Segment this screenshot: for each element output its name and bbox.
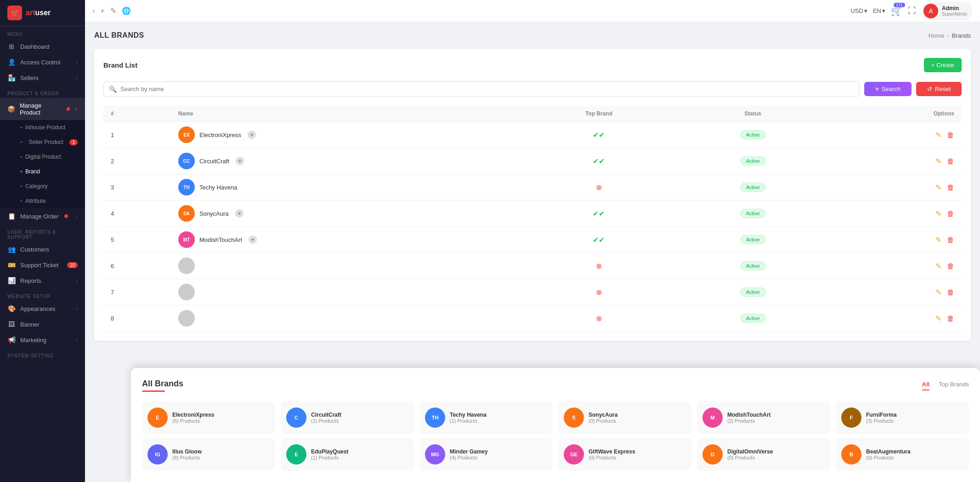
brand-card[interactable]: D DigitalOmniVerse (0) Products [697, 438, 830, 471]
brand-card-count: (2) Products [727, 418, 770, 424]
delete-button[interactable]: 🗑 [947, 288, 954, 296]
sidebar-item-label: Customers [20, 246, 49, 253]
sidebar-sub-item-attribute[interactable]: Attribute [0, 194, 85, 208]
sidebar-item-marketing[interactable]: 📢 Marketing › [0, 332, 85, 348]
cell-num: 4 [103, 201, 171, 227]
sidebar-item-banner[interactable]: 🖼 Banner [0, 316, 85, 332]
brand-card[interactable]: IG Illus Gloow (8) Products [142, 438, 275, 471]
brand-card[interactable]: E ElectroniXpress (6) Products [142, 401, 275, 434]
seller-product-badge: 1 [69, 139, 78, 145]
reset-button[interactable]: ↺ Reset [916, 82, 962, 96]
sidebar-sub-item-category[interactable]: Category [0, 179, 85, 194]
sidebar-sub-item-brand[interactable]: Brand [0, 164, 85, 179]
delete-button[interactable]: 🗑 [947, 315, 954, 322]
brand-card[interactable]: C CircuitCraft (1) Products [281, 401, 414, 434]
brand-card[interactable]: M ModishTouchArt (2) Products [697, 401, 830, 434]
brand-card-name: CircuitCraft [311, 412, 341, 418]
edit-icon[interactable]: ✎ [110, 6, 116, 15]
delete-button[interactable]: 🗑 [947, 210, 954, 218]
website-setup-section-label: WEBSITE SETUP [0, 288, 85, 301]
currency-selector[interactable]: USD ▾ [850, 7, 867, 14]
breadcrumb-home[interactable]: Home [929, 32, 945, 39]
tab-top-brands[interactable]: Top Brands [939, 381, 969, 390]
edit-button[interactable]: ✎ [935, 262, 941, 270]
brand-card[interactable]: E EduPlayQuest (1) Products [281, 438, 414, 471]
sidebar-item-reports[interactable]: 📊 Reports › [0, 273, 85, 288]
search-input[interactable] [103, 81, 860, 97]
cell-name: TH Techy Havena [171, 174, 521, 201]
brand-card[interactable]: GE GiftWave Express (0) Products [558, 438, 691, 471]
sidebar-sub-item-seller-product[interactable]: Seller Product 1 [0, 135, 85, 149]
add-icon[interactable]: + [100, 7, 104, 15]
edit-button[interactable]: ✎ [935, 288, 941, 296]
cell-options: ✎ 🗑 [828, 305, 962, 332]
col-status: Status [677, 106, 828, 122]
brand-card[interactable]: F FurniForma (3) Products [836, 401, 969, 434]
star-badge: ★ [248, 131, 256, 139]
cart-button[interactable]: 🛒 171 [891, 6, 902, 17]
back-icon[interactable]: ‹ [92, 7, 95, 15]
edit-button[interactable]: ✎ [935, 210, 941, 218]
cell-num: 7 [103, 279, 171, 305]
sidebar-item-dashboard[interactable]: ⊞ Dashboard [0, 39, 85, 54]
delete-button[interactable]: 🗑 [947, 184, 954, 191]
brand-card-info: CircuitCraft (1) Products [311, 412, 341, 424]
brand-card-name: EduPlayQuest [311, 448, 348, 455]
table-row: 7 ⊗ Active ✎ 🗑 [103, 279, 962, 305]
edit-button[interactable]: ✎ [935, 157, 941, 165]
brand-card-count: (0) Products [589, 455, 635, 460]
sidebar-logo[interactable]: 🛒 artuser [0, 0, 85, 26]
chevron-right-icon: › [76, 338, 78, 343]
sidebar-sub-item-inhouse-product[interactable]: Inhouse Product [0, 120, 85, 135]
delete-button[interactable]: 🗑 [947, 131, 954, 139]
sidebar-item-sellers[interactable]: 🏪 Sellers › [0, 70, 85, 86]
brand-card-info: DigitalOmniVerse (0) Products [727, 448, 773, 460]
cell-status: Active [677, 227, 828, 253]
edit-button[interactable]: ✎ [935, 236, 941, 244]
cell-top-brand: ✔✔ [521, 227, 677, 253]
top-brand-yes-icon: ✔✔ [593, 131, 605, 139]
cell-top-brand: ✔✔ [521, 148, 677, 174]
delete-button[interactable]: 🗑 [947, 157, 954, 165]
sidebar-item-appearances[interactable]: 🎨 Appearances › [0, 301, 85, 316]
cell-top-brand: ✔✔ [521, 122, 677, 148]
sidebar-item-access-control[interactable]: 👤 Access Control › [0, 54, 85, 70]
brand-card[interactable]: B BeatAugmentura (0) Products [836, 438, 969, 471]
search-button[interactable]: ≡ Search [864, 82, 912, 96]
edit-button[interactable]: ✎ [935, 131, 941, 139]
dashboard-icon: ⊞ [7, 43, 16, 50]
delete-button[interactable]: 🗑 [947, 262, 954, 270]
tab-all[interactable]: All [922, 381, 930, 390]
user-menu[interactable]: A Admin SuperAdmin [922, 2, 973, 20]
brand-name-text: ModishTouchArt [199, 236, 242, 243]
brand-card[interactable]: TH Techy Havena (1) Products [419, 401, 553, 434]
brand-card[interactable]: S SonycAura (0) Products [558, 401, 691, 434]
brand-card[interactable]: MG Minder Gamey (4) Products [419, 438, 553, 471]
create-button[interactable]: + Create [924, 58, 962, 72]
brand-logo: SA [178, 205, 195, 222]
sidebar-item-manage-order[interactable]: 📋 Manage Order › [0, 208, 85, 224]
brand-card-name: SonycAura [589, 412, 617, 418]
sidebar-item-manage-product[interactable]: 📦 Manage Product ∨ [0, 98, 85, 120]
cell-name [171, 305, 521, 332]
sidebar-sub-item-digital-product[interactable]: Digital Product [0, 149, 85, 164]
brand-card-logo: MG [425, 444, 445, 465]
chevron-down-icon: ∨ [74, 107, 78, 112]
cell-status: Active [677, 253, 828, 279]
search-input-wrap: 🔍 [103, 81, 860, 97]
page-header: ALL BRANDS Home › Brands [94, 31, 971, 40]
globe-icon[interactable]: 🌐 [122, 6, 131, 15]
sidebar-item-customers[interactable]: 👥 Customers [0, 241, 85, 257]
edit-button[interactable]: ✎ [935, 315, 941, 322]
menu-section-label: MENU [0, 26, 85, 39]
sellers-icon: 🏪 [7, 74, 16, 81]
page-area: ALL BRANDS Home › Brands Brand List + Cr… [85, 22, 980, 482]
sidebar-item-support-ticket[interactable]: 🎫 Support Ticket 10 [0, 257, 85, 273]
language-selector[interactable]: EN ▾ [873, 7, 885, 14]
delete-button[interactable]: 🗑 [947, 236, 954, 244]
brand-card-count: (0) Products [589, 418, 617, 424]
brand-card-logo: M [702, 407, 723, 428]
fullscreen-icon[interactable]: ⛶ [908, 6, 916, 16]
edit-button[interactable]: ✎ [935, 184, 941, 191]
sidebar-item-label: Access Control [20, 59, 60, 66]
